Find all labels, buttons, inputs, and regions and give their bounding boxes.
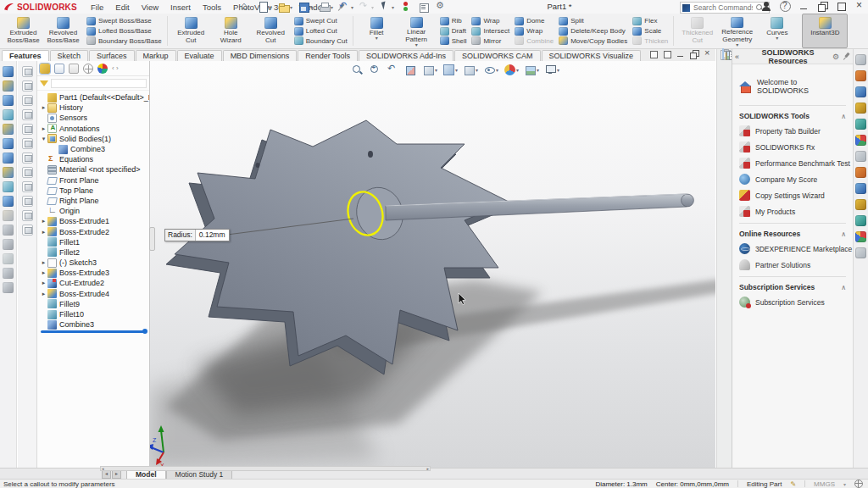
menu-item[interactable]: Edit — [109, 2, 135, 13]
section-view-icon[interactable] — [405, 64, 417, 75]
redo-icon[interactable]: ▾ — [359, 2, 374, 13]
scroll-left-icon[interactable]: ◂ — [101, 467, 105, 470]
rebuild-icon[interactable] — [400, 2, 412, 13]
search-commands-box[interactable]: ▾ — [680, 2, 770, 14]
tree-item[interactable]: Combine3 — [37, 144, 149, 154]
tree-item[interactable]: Fillet10 — [37, 309, 149, 319]
tree-item[interactable]: Equations — [37, 154, 149, 164]
welcome-link[interactable]: Welcome to SOLIDWORKS — [739, 78, 846, 95]
tree-item[interactable]: ▸ Boss-Extrude1 — [37, 216, 149, 226]
flex-button[interactable]: Flex — [632, 16, 668, 26]
zoom-to-fit-icon[interactable] — [352, 64, 364, 75]
menu-item[interactable]: View — [136, 2, 164, 13]
cube-tool-5[interactable] — [22, 124, 33, 135]
boundary-boss-base-button[interactable]: Boundary Boss/Base — [86, 36, 162, 46]
radius-callout[interactable]: Radius: 0.12mm — [164, 229, 230, 241]
ribbon-tab[interactable]: MBD Dimensions — [223, 50, 298, 61]
undo-icon[interactable]: ▾ — [339, 2, 353, 13]
cube-tool-3[interactable] — [22, 95, 33, 106]
expand-arrow-icon[interactable]: ▸ — [40, 218, 47, 225]
expand-arrow-icon[interactable]: ▸ — [40, 280, 47, 286]
addin-icon-7[interactable] — [855, 151, 866, 162]
addin-icon-8[interactable] — [855, 167, 866, 178]
previous-view-icon[interactable] — [387, 64, 399, 75]
section-header-subscription-services[interactable]: Subscription Services ∧ — [739, 283, 846, 291]
mirror-button[interactable]: Mirror — [471, 36, 509, 46]
display-style-icon[interactable]: ▾ — [464, 64, 478, 75]
tool-icon-1[interactable] — [3, 66, 14, 77]
tool-icon-8[interactable] — [3, 167, 14, 178]
ribbon-tab[interactable]: SOLIDWORKS Visualize — [542, 50, 641, 61]
expand-arrow-icon[interactable]: ▸ — [40, 269, 47, 276]
swept-boss-base-button[interactable]: Swept Boss/Base — [86, 16, 162, 26]
doc-window-icon[interactable] — [649, 50, 658, 58]
linear-pattern-button[interactable]: Linear Pattern ▾ — [397, 14, 437, 47]
task-pane-pin-icon[interactable] — [843, 53, 850, 60]
tab-scroll-arrows[interactable]: ‹ › — [112, 64, 119, 72]
lofted-boss-base-button[interactable]: Lofted Boss/Base — [86, 26, 162, 36]
extruded-boss-base-button[interactable]: Extruded Boss/Base — [3, 14, 43, 47]
feature-manager-tab-icon[interactable] — [40, 64, 50, 74]
addin-icon-3[interactable] — [855, 86, 866, 97]
addin-icon-13[interactable] — [855, 247, 866, 258]
swept-cut-button[interactable]: Swept Cut — [294, 16, 348, 26]
dimxpert-manager-tab-icon[interactable] — [83, 64, 93, 74]
addin-icon-2[interactable] — [855, 70, 866, 81]
tree-item[interactable]: Top Plane — [37, 186, 149, 196]
minimize-icon[interactable] — [798, 1, 810, 12]
partner-solutions-link[interactable]: Partner Solutions — [739, 259, 846, 270]
section-header-solidworks-tools[interactable]: SOLIDWORKS Tools ∧ — [739, 112, 846, 120]
tool-icon-6[interactable] — [3, 138, 14, 149]
search-input[interactable] — [692, 3, 754, 13]
cascade-windows-icon[interactable] — [836, 1, 847, 12]
fillet-button[interactable]: Fillet ▾ — [357, 14, 397, 47]
file-properties-icon[interactable] — [418, 2, 430, 13]
cube-tool-11[interactable] — [22, 210, 33, 221]
move-copy-bodies-button[interactable]: Move/Copy Bodies — [559, 36, 627, 46]
configuration-manager-tab-icon[interactable] — [69, 64, 79, 74]
addin-icon-11[interactable] — [855, 215, 866, 226]
cube-tool-7[interactable] — [22, 152, 33, 164]
print-icon[interactable]: ▾ — [319, 2, 333, 13]
rollback-bar[interactable] — [41, 330, 146, 333]
property-tab-builder-link[interactable]: Property Tab Builder — [739, 125, 846, 136]
menu-item[interactable]: Tools — [197, 2, 227, 13]
tool-icon-11[interactable] — [3, 210, 14, 221]
ribbon-tab[interactable]: SOLIDWORKS CAM — [454, 50, 541, 61]
wrap-button[interactable]: Wrap — [471, 16, 509, 26]
cube-tool-6[interactable] — [22, 138, 33, 149]
callout-value[interactable]: 0.12mm — [196, 230, 229, 241]
addin-icon-6[interactable] — [855, 135, 866, 146]
cube-tool-2[interactable] — [22, 80, 33, 92]
tree-filter-field[interactable] — [51, 79, 147, 88]
filter-funnel-icon[interactable] — [40, 80, 48, 86]
dynamic-annotation-icon[interactable]: ▾ — [423, 64, 437, 75]
user-login-icon[interactable] — [761, 1, 772, 12]
restore-icon[interactable] — [817, 1, 828, 12]
reference-geometry-button[interactable]: Reference Geometry ▾ — [717, 14, 757, 47]
tree-item[interactable]: ▾ Solid Bodies(1) — [37, 134, 149, 144]
expand-arrow-icon[interactable]: ▾ — [40, 136, 47, 142]
apply-scene-icon[interactable]: ▾ — [525, 64, 539, 75]
options-icon[interactable] — [436, 2, 448, 13]
panel-splitter-grip[interactable] — [149, 227, 155, 251]
ribbon-tab[interactable]: Evaluate — [177, 50, 222, 61]
addin-icon-1[interactable] — [855, 54, 866, 65]
home-icon[interactable] — [240, 2, 252, 13]
collapse-section-icon[interactable]: ∧ — [841, 284, 846, 291]
expand-arrow-icon[interactable]: ▸ — [40, 104, 47, 111]
doc-window-2-icon[interactable] — [663, 50, 671, 58]
shell-button[interactable]: Shell — [440, 36, 467, 46]
wrap-2-button[interactable]: Wrap — [515, 26, 554, 36]
cube-tool-1[interactable] — [22, 66, 33, 77]
scroll-right-icon[interactable]: ▸ — [426, 467, 430, 470]
tree-root-item[interactable]: Part1 (Default<<Default>_Display Sta — [37, 92, 149, 103]
cube-tool-9[interactable] — [22, 181, 33, 192]
tree-item[interactable]: Material <not specified> — [37, 164, 149, 175]
tree-item[interactable]: ▸ History — [37, 103, 149, 113]
tree-item[interactable]: Front Plane — [37, 175, 149, 186]
compare-my-score-link[interactable]: Compare My Score — [739, 174, 846, 185]
collapse-chevron-icon[interactable]: « — [735, 53, 739, 61]
ribbon-tab[interactable]: Markup — [136, 50, 176, 61]
task-pane-options-icon[interactable]: ⚙ — [832, 53, 839, 61]
